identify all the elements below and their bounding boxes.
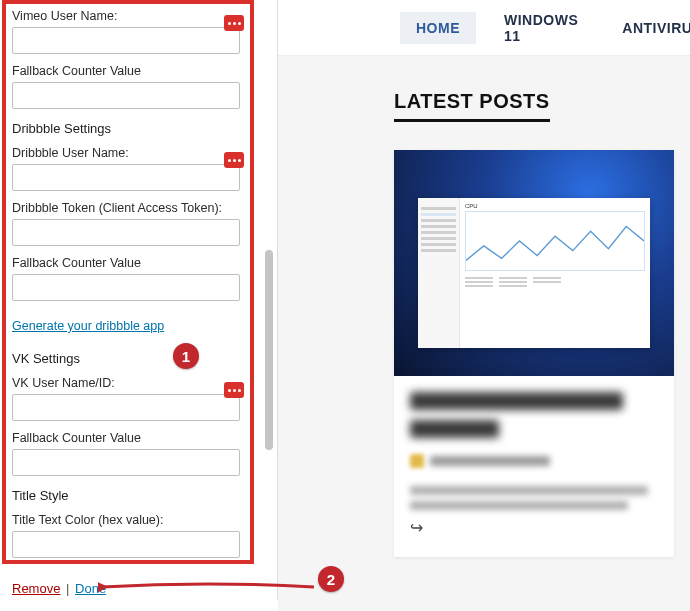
vk-section-title: VK Settings	[12, 351, 246, 366]
dribbble-fallback-label: Fallback Counter Value	[12, 256, 246, 270]
site-preview: HOME WINDOWS 11 ANTIVIRUS LATEST POSTS C…	[278, 0, 690, 611]
password-manager-icon[interactable]	[224, 15, 244, 31]
latest-posts-heading: LATEST POSTS	[394, 90, 550, 122]
dribbble-user-input[interactable]	[12, 164, 240, 191]
post-meta-blur	[430, 456, 550, 466]
widget-actions: Remove | Done	[12, 581, 106, 596]
title-color-input[interactable]	[12, 531, 240, 558]
author-avatar-blur	[410, 454, 424, 468]
nav-antivirus[interactable]: ANTIVIRUS	[606, 12, 690, 44]
action-separator: |	[66, 581, 69, 596]
post-title-blur	[410, 392, 623, 410]
cpu-graph	[465, 211, 645, 271]
nav-windows11[interactable]: WINDOWS 11	[488, 4, 594, 52]
nav-home[interactable]: HOME	[400, 12, 476, 44]
cpu-label: CPU	[465, 203, 645, 209]
vk-fallback-input[interactable]	[12, 449, 240, 476]
post-excerpt-blur	[410, 501, 628, 510]
title-style-section: Title Style	[12, 488, 246, 503]
settings-scroll-area: Vimeo User Name: Fallback Counter Value …	[0, 0, 258, 570]
dribbble-user-label: Dribbble User Name:	[12, 146, 246, 160]
post-thumbnail: CPU	[394, 150, 674, 376]
vimeo-fallback-input[interactable]	[12, 82, 240, 109]
post-title-blur	[410, 420, 499, 438]
dribbble-token-label: Dribbble Token (Client Access Token):	[12, 201, 246, 215]
annotation-callout-1: 1	[173, 343, 199, 369]
annotation-callout-2: 2	[318, 566, 344, 592]
dribbble-section-title: Dribbble Settings	[12, 121, 246, 136]
post-body: ↪	[394, 376, 674, 557]
title-color-label: Title Text Color (hex value):	[12, 513, 246, 527]
password-manager-icon[interactable]	[224, 382, 244, 398]
site-nav: HOME WINDOWS 11 ANTIVIRUS	[278, 0, 690, 56]
vimeo-user-input[interactable]	[12, 27, 240, 54]
share-icon[interactable]: ↪	[410, 518, 658, 537]
scrollbar-thumb[interactable]	[265, 250, 273, 450]
post-card[interactable]: CPU	[394, 150, 674, 557]
vimeo-user-label: Vimeo User Name:	[12, 9, 246, 23]
vk-user-input[interactable]	[12, 394, 240, 421]
dribbble-fallback-input[interactable]	[12, 274, 240, 301]
task-manager-window: CPU	[418, 198, 650, 348]
done-link[interactable]: Done	[75, 581, 106, 596]
post-excerpt-blur	[410, 486, 648, 495]
vk-user-label: VK User Name/ID:	[12, 376, 246, 390]
dribbble-token-input[interactable]	[12, 219, 240, 246]
generate-dribbble-link[interactable]: Generate your dribbble app	[12, 319, 164, 333]
vk-fallback-label: Fallback Counter Value	[12, 431, 246, 445]
remove-link[interactable]: Remove	[12, 581, 60, 596]
widget-settings-panel: Vimeo User Name: Fallback Counter Value …	[0, 0, 278, 600]
vimeo-fallback-label: Fallback Counter Value	[12, 64, 246, 78]
password-manager-icon[interactable]	[224, 152, 244, 168]
